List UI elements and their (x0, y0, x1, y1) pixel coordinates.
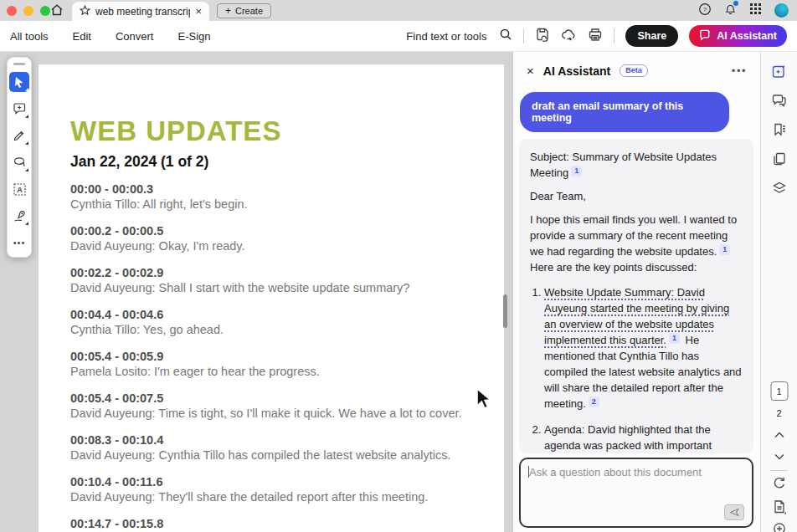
entry-text: All right, let's begin. (140, 197, 248, 211)
user-query-bubble: draft an email summary of this meeting (520, 92, 729, 132)
key-point-item: Website Update Summary: David Auyeung st… (544, 284, 743, 412)
ai-panel-header: × AI Assistant Beta ••• (513, 52, 760, 86)
document-subtitle: Jan 22, 2024 (1 of 2) (70, 153, 476, 171)
comment-tool-button[interactable] (9, 99, 29, 119)
find-label[interactable]: Find text or tools (406, 30, 486, 43)
create-button[interactable]: + Create (217, 3, 271, 18)
transcript-entry: 00:00.2 - 00:00.5David Auyeung: Okay, I'… (70, 223, 476, 253)
citation-badge[interactable]: 1 (571, 166, 582, 176)
transcript-entry: 00:14.7 - 00:15.8David Auyeung: Our agen… (70, 516, 476, 532)
page-2-thumbnail[interactable]: 2 (776, 408, 781, 418)
highlight-tool-button[interactable] (9, 125, 29, 146)
svg-text:?: ? (703, 6, 707, 13)
pdf-page: WEB UPDATES Jan 22, 2024 (1 of 2) 00:00 … (39, 64, 504, 532)
rotate-refresh-icon[interactable] (772, 476, 786, 490)
menu-convert[interactable]: Convert (116, 30, 154, 43)
save-icon[interactable] (535, 27, 550, 45)
menu-all-tools[interactable]: All tools (10, 30, 49, 43)
avatar[interactable] (774, 3, 789, 18)
share-label: Share (637, 30, 666, 42)
window-controls (7, 6, 50, 16)
print-icon[interactable] (588, 28, 603, 45)
help-icon[interactable]: ? (698, 3, 712, 19)
chevron-up-icon[interactable] (774, 432, 784, 438)
quick-tools-rail: A ••• (7, 57, 32, 258)
ai-panel-title: AI Assistant (543, 64, 610, 78)
text-select-tool-button[interactable]: A (9, 179, 29, 199)
pages-panel-icon[interactable] (772, 151, 787, 166)
star-icon[interactable] (80, 4, 90, 19)
ask-question-input[interactable] (521, 459, 752, 504)
divider (523, 28, 524, 43)
entry-time: 00:00.2 - 00:00.5 (70, 223, 476, 238)
divider (770, 470, 788, 471)
ai-assistant-panel: × AI Assistant Beta ••• draft an email s… (512, 52, 760, 532)
email-intro: I hope this email finds you well. I want… (530, 212, 743, 275)
fill-sign-tool-button[interactable] (9, 206, 29, 226)
citation-badge[interactable]: 1 (669, 333, 680, 344)
citation-badge[interactable]: 1 (719, 244, 730, 255)
search-icon[interactable] (499, 28, 512, 44)
entry-time: 00:10.4 - 00:11.6 (70, 474, 476, 489)
tab-title: web meeting transcrip... (95, 6, 190, 18)
transcript-entry: 00:00 - 00:00.3Cynthia Tillo: All right,… (70, 182, 476, 212)
page-1-thumbnail[interactable]: 1 (770, 381, 788, 401)
zoom-add-icon[interactable] (773, 522, 786, 532)
entry-time: 00:05.4 - 00:05.9 (70, 349, 476, 364)
transcript-entry: 00:10.4 - 00:11.6David Auyeung: They'll … (70, 474, 476, 504)
notifications-icon[interactable] (724, 3, 737, 19)
ask-question-box[interactable] (519, 458, 753, 528)
acrobat-window: web meeting transcrip... × + Create ? Al… (0, 0, 797, 532)
citation-badge[interactable]: 2 (589, 396, 599, 407)
menu-edit[interactable]: Edit (73, 30, 91, 43)
right-rail: 1 2 (760, 52, 797, 532)
ai-assistant-panel-icon[interactable] (771, 64, 787, 79)
page-display-icon[interactable] (772, 499, 786, 515)
close-window-button[interactable] (7, 6, 17, 16)
lasso-tool-button[interactable] (9, 152, 29, 172)
transcript-entry: 00:08.3 - 00:10.4David Auyeung: Cynthia … (70, 432, 476, 463)
share-button[interactable]: Share (625, 25, 678, 47)
document-tab[interactable]: web meeting transcrip... × (72, 2, 209, 21)
ai-assistant-label: AI Assistant (717, 30, 777, 42)
entry-time: 00:02.2 - 00:02.9 (70, 265, 476, 280)
entry-time: 00:04.4 - 00:04.6 (70, 307, 476, 322)
tab-bar: web meeting transcrip... × + Create ? (0, 0, 797, 21)
entry-time: 00:08.3 - 00:10.4 (70, 432, 476, 448)
send-button[interactable] (724, 504, 744, 520)
layers-panel-icon[interactable] (772, 181, 787, 196)
document-viewport[interactable]: WEB UPDATES Jan 22, 2024 (1 of 2) 00:00 … (0, 52, 512, 532)
bookmarks-panel-icon[interactable] (772, 122, 787, 137)
select-tool-button[interactable] (9, 72, 29, 92)
entry-time: 00:14.7 - 00:15.8 (70, 516, 476, 531)
document-title: WEB UPDATES (70, 116, 476, 146)
divider (614, 28, 614, 43)
transcript: 00:00 - 00:00.3Cynthia Tillo: All right,… (70, 182, 476, 532)
entry-speaker: David Auyeung: (70, 281, 156, 294)
chevron-down-icon[interactable] (774, 453, 784, 460)
transcript-entry: 00:05.4 - 00:07.5David Auyeung: Time is … (70, 391, 476, 421)
toolbar: All tools Edit Convert E-Sign Find text … (0, 21, 797, 52)
toolbar-menus: All tools Edit Convert E-Sign (10, 30, 211, 43)
entry-time: 00:05.4 - 00:07.5 (70, 391, 476, 406)
comments-panel-icon[interactable] (771, 93, 787, 108)
close-panel-icon[interactable]: × (527, 64, 534, 78)
maximize-window-button[interactable] (40, 6, 50, 16)
entry-speaker: David Auyeung: (70, 239, 156, 253)
entry-text: Time is tight, so I'll make it quick. We… (156, 407, 462, 420)
document-scrollbar[interactable] (503, 294, 507, 328)
entry-text: They'll share the detailed report after … (156, 490, 429, 504)
close-tab-icon[interactable]: × (195, 5, 202, 18)
transcript-entry: 00:04.4 - 00:04.6Cynthia Tillo: Yes, go … (70, 307, 476, 337)
cloud-sync-icon[interactable] (561, 28, 577, 44)
email-greeting: Dear Team, (530, 188, 743, 204)
menu-esign[interactable]: E-Sign (177, 30, 210, 43)
drag-handle[interactable] (13, 63, 25, 65)
transcript-entry: 00:02.2 - 00:02.9David Auyeung: Shall I … (70, 265, 476, 295)
ai-assistant-button[interactable]: AI Assistant (689, 25, 787, 47)
minimize-window-button[interactable] (23, 6, 33, 16)
home-icon[interactable] (50, 3, 64, 20)
more-options-icon[interactable]: ••• (732, 64, 747, 77)
apps-grid-icon[interactable] (749, 3, 762, 18)
more-tools-button[interactable]: ••• (9, 233, 29, 253)
